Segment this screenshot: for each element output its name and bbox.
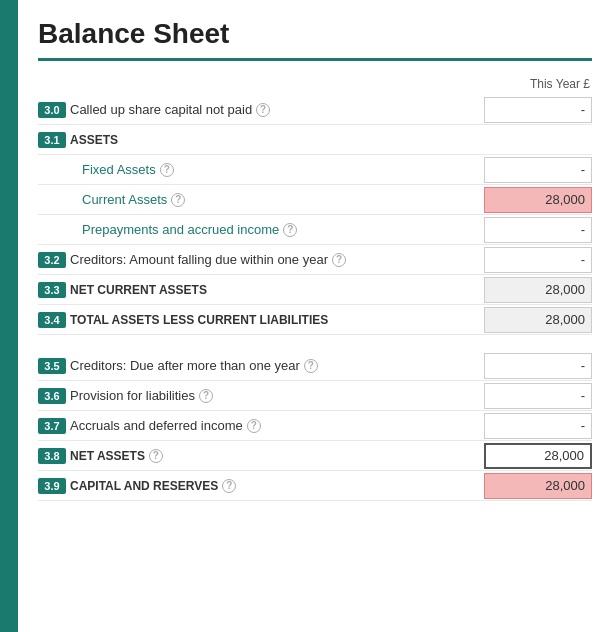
- row-label-container: Current Assets?: [38, 192, 482, 207]
- row-label-container: 3.4TOTAL ASSETS LESS CURRENT LIABILITIES: [38, 312, 482, 328]
- row-text: CAPITAL AND RESERVES: [70, 479, 218, 493]
- row-label-container: 3.8NET ASSETS?: [38, 448, 482, 464]
- value-cell: [482, 217, 592, 243]
- row-label-container: 3.0Called up share capital not paid?: [38, 102, 482, 118]
- section-badge: 3.0: [38, 102, 66, 118]
- help-icon[interactable]: ?: [160, 163, 174, 177]
- row-text: ASSETS: [70, 133, 118, 147]
- value-input[interactable]: [484, 97, 592, 123]
- help-icon[interactable]: ?: [256, 103, 270, 117]
- value-cell: [482, 353, 592, 379]
- help-icon[interactable]: ?: [283, 223, 297, 237]
- help-icon[interactable]: ?: [332, 253, 346, 267]
- row-label-container: 3.1ASSETS: [38, 132, 592, 148]
- value-cell: [482, 157, 592, 183]
- row-text: Creditors: Due after more than one year: [70, 358, 300, 373]
- row-text: Accruals and deferred income: [70, 418, 243, 433]
- value-cell: [482, 443, 592, 469]
- row-label-container: 3.7Accruals and deferred income?: [38, 418, 482, 434]
- value-input[interactable]: [484, 443, 592, 469]
- value-cell: [482, 247, 592, 273]
- table-row: 3.4TOTAL ASSETS LESS CURRENT LIABILITIES: [38, 305, 592, 335]
- row-label-container: 3.5Creditors: Due after more than one ye…: [38, 358, 482, 374]
- section-badge: 3.6: [38, 388, 66, 404]
- value-input[interactable]: [484, 413, 592, 439]
- row-text: NET CURRENT ASSETS: [70, 283, 207, 297]
- row-text: Called up share capital not paid: [70, 102, 252, 117]
- section-badge: 3.3: [38, 282, 66, 298]
- section-badge: 3.1: [38, 132, 66, 148]
- value-cell: [482, 383, 592, 409]
- section-badge: 3.5: [38, 358, 66, 374]
- table-row: 3.0Called up share capital not paid?: [38, 95, 592, 125]
- table-row: 3.9CAPITAL AND RESERVES?: [38, 471, 592, 501]
- help-icon[interactable]: ?: [304, 359, 318, 373]
- help-icon[interactable]: ?: [149, 449, 163, 463]
- table-row: Prepayments and accrued income?: [38, 215, 592, 245]
- help-icon[interactable]: ?: [247, 419, 261, 433]
- row-label-container: 3.2Creditors: Amount falling due within …: [38, 252, 482, 268]
- row-text: NET ASSETS: [70, 449, 145, 463]
- section-badge: 3.7: [38, 418, 66, 434]
- row-text: Fixed Assets: [82, 162, 156, 177]
- spacer: [38, 335, 592, 351]
- table-row: 3.7Accruals and deferred income?: [38, 411, 592, 441]
- table-row: 3.3NET CURRENT ASSETS: [38, 275, 592, 305]
- row-text: TOTAL ASSETS LESS CURRENT LIABILITIES: [70, 313, 328, 327]
- table-row: 3.5Creditors: Due after more than one ye…: [38, 351, 592, 381]
- value-input[interactable]: [484, 307, 592, 333]
- row-label-container: 3.6Provision for liabilities?: [38, 388, 482, 404]
- value-input[interactable]: [484, 473, 592, 499]
- table-row: 3.2Creditors: Amount falling due within …: [38, 245, 592, 275]
- value-input[interactable]: [484, 247, 592, 273]
- section-badge: 3.8: [38, 448, 66, 464]
- column-header: This Year £: [38, 77, 592, 91]
- row-label-container: Prepayments and accrued income?: [38, 222, 482, 237]
- help-icon[interactable]: ?: [171, 193, 185, 207]
- value-cell: [482, 307, 592, 333]
- value-input[interactable]: [484, 217, 592, 243]
- value-input[interactable]: [484, 383, 592, 409]
- table-row: 3.1ASSETS: [38, 125, 592, 155]
- value-cell: [482, 473, 592, 499]
- row-text: Current Assets: [82, 192, 167, 207]
- value-input[interactable]: [484, 277, 592, 303]
- row-text: Creditors: Amount falling due within one…: [70, 252, 328, 267]
- page-title: Balance Sheet: [38, 18, 592, 61]
- value-cell: [482, 97, 592, 123]
- row-label-container: Fixed Assets?: [38, 162, 482, 177]
- value-cell: [482, 413, 592, 439]
- table-row: 3.6Provision for liabilities?: [38, 381, 592, 411]
- table-row: Fixed Assets?: [38, 155, 592, 185]
- section-badge: 3.9: [38, 478, 66, 494]
- value-cell: [482, 277, 592, 303]
- value-cell: [482, 187, 592, 213]
- row-label-container: 3.3NET CURRENT ASSETS: [38, 282, 482, 298]
- help-icon[interactable]: ?: [199, 389, 213, 403]
- accent-bar: [0, 0, 18, 632]
- row-label-container: 3.9CAPITAL AND RESERVES?: [38, 478, 482, 494]
- section-badge: 3.2: [38, 252, 66, 268]
- value-input[interactable]: [484, 187, 592, 213]
- table-row: Current Assets?: [38, 185, 592, 215]
- value-input[interactable]: [484, 157, 592, 183]
- help-icon[interactable]: ?: [222, 479, 236, 493]
- table-row: 3.8NET ASSETS?: [38, 441, 592, 471]
- value-input[interactable]: [484, 353, 592, 379]
- section-badge: 3.4: [38, 312, 66, 328]
- row-text: Prepayments and accrued income: [82, 222, 279, 237]
- row-text: Provision for liabilities: [70, 388, 195, 403]
